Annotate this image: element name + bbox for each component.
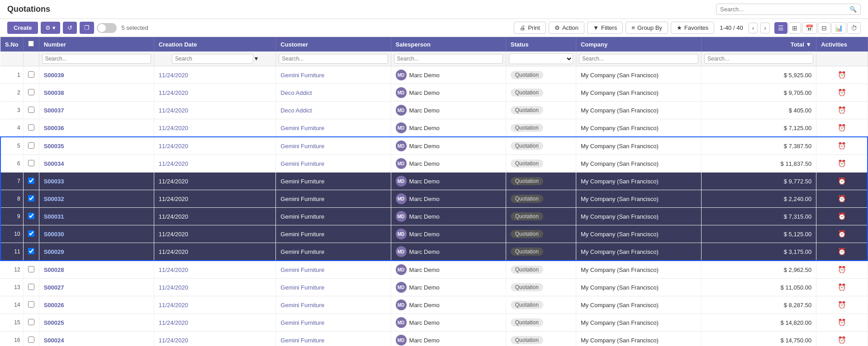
activity-icon[interactable]: ⏰ (838, 336, 846, 344)
list-view-button[interactable]: ☰ (774, 22, 787, 34)
group-by-button[interactable]: ≡ Group By (626, 22, 668, 34)
salesperson-cell[interactable]: MD Marc Demo (391, 155, 506, 173)
activities-cell[interactable]: ⏰ (816, 137, 868, 155)
filter-salesperson[interactable] (391, 51, 506, 66)
table-row[interactable]: 12 S00028 11/24/2020 Gemini Furniture MD… (0, 261, 868, 279)
row-checkbox[interactable] (28, 71, 34, 78)
filter-total-input[interactable] (704, 54, 813, 64)
customer-cell[interactable]: Deco Addict (276, 84, 391, 102)
customer-cell[interactable]: Gemini Furniture (276, 119, 391, 137)
number-cell[interactable]: S00033 (39, 173, 154, 190)
row-checkbox[interactable] (28, 319, 34, 325)
copy-button[interactable]: ❐ (80, 22, 94, 34)
calendar-view-button[interactable]: 📅 (802, 22, 817, 34)
filter-number[interactable] (39, 51, 154, 66)
table-row[interactable]: 5 S00035 11/24/2020 Gemini Furniture MD … (0, 137, 868, 155)
row-checkbox-cell[interactable] (23, 314, 39, 332)
filter-salesperson-input[interactable] (394, 54, 503, 64)
table-row[interactable]: 15 S00025 11/24/2020 Gemini Furniture MD… (0, 314, 868, 332)
filters-button[interactable]: ▼ Filters (587, 22, 623, 34)
row-checkbox[interactable] (28, 124, 34, 131)
favorites-button[interactable]: ★ Favorites (671, 22, 714, 34)
activity-icon[interactable]: ⏰ (838, 71, 846, 79)
activity-icon[interactable]: ⏰ (838, 177, 846, 185)
customer-cell[interactable]: Gemini Furniture (276, 155, 391, 173)
activities-cell[interactable]: ⏰ (816, 119, 868, 137)
table-row[interactable]: 10 S00030 11/24/2020 Gemini Furniture MD… (0, 225, 868, 243)
row-checkbox-cell[interactable] (23, 119, 39, 137)
number-cell[interactable]: S00037 (39, 102, 154, 119)
row-checkbox[interactable] (28, 301, 34, 308)
filter-date[interactable]: ▾ (154, 51, 275, 66)
kanban-view-button[interactable]: ⊞ (788, 22, 801, 34)
action-button[interactable]: ⚙ Action (549, 22, 584, 34)
customer-cell[interactable]: Gemini Furniture (276, 296, 391, 314)
number-cell[interactable]: S00030 (39, 225, 154, 243)
number-link[interactable]: S00038 (44, 89, 64, 96)
activity-icon[interactable]: ⏰ (838, 301, 846, 309)
activities-cell[interactable]: ⏰ (816, 173, 868, 190)
row-checkbox[interactable] (28, 284, 34, 290)
customer-cell[interactable]: Gemini Furniture (276, 279, 391, 296)
activity-icon[interactable]: ⏰ (838, 318, 846, 326)
number-cell[interactable]: S00029 (39, 243, 154, 261)
salesperson-cell[interactable]: MD Marc Demo (391, 173, 506, 190)
global-search-bar[interactable]: 🔍 (716, 4, 861, 15)
filter-total[interactable] (702, 51, 816, 66)
row-checkbox[interactable] (28, 89, 34, 95)
activity-icon[interactable]: ⏰ (838, 266, 846, 273)
row-checkbox[interactable] (28, 195, 34, 201)
salesperson-cell[interactable]: MD Marc Demo (391, 190, 506, 208)
number-cell[interactable]: S00024 (39, 332, 154, 346)
prev-page-button[interactable]: ‹ (749, 23, 758, 33)
activity-icon[interactable]: ⏰ (838, 248, 846, 255)
refresh-button[interactable]: ↺ (63, 22, 77, 34)
filter-company[interactable] (576, 51, 701, 66)
customer-cell[interactable]: Gemini Furniture (276, 66, 391, 84)
row-checkbox-cell[interactable] (23, 225, 39, 243)
table-row[interactable]: 1 S00039 11/24/2020 Gemini Furniture MD … (0, 66, 868, 84)
salesperson-cell[interactable]: MD Marc Demo (391, 279, 506, 296)
customer-cell[interactable]: Gemini Furniture (276, 332, 391, 346)
activities-cell[interactable]: ⏰ (816, 332, 868, 346)
number-link[interactable]: S00031 (44, 213, 64, 220)
activities-cell[interactable]: ⏰ (816, 84, 868, 102)
activity-icon[interactable]: ⏰ (838, 159, 846, 167)
customer-cell[interactable]: Gemini Furniture (276, 243, 391, 261)
salesperson-cell[interactable]: MD Marc Demo (391, 225, 506, 243)
filter-number-input[interactable] (42, 54, 151, 64)
activities-cell[interactable]: ⏰ (816, 225, 868, 243)
row-checkbox[interactable] (28, 160, 34, 166)
number-link[interactable]: S00029 (44, 248, 64, 255)
row-checkbox[interactable] (28, 142, 34, 149)
number-link[interactable]: S00028 (44, 267, 64, 273)
row-checkbox-cell[interactable] (23, 66, 39, 84)
table-row[interactable]: 2 S00038 11/24/2020 Deco Addict MD Marc … (0, 84, 868, 102)
row-checkbox-cell[interactable] (23, 261, 39, 279)
number-link[interactable]: S00025 (44, 319, 64, 326)
number-cell[interactable]: S00031 (39, 208, 154, 225)
customer-cell[interactable]: Gemini Furniture (276, 137, 391, 155)
row-checkbox-cell[interactable] (23, 190, 39, 208)
row-checkbox-cell[interactable] (23, 296, 39, 314)
number-cell[interactable]: S00027 (39, 279, 154, 296)
activities-cell[interactable]: ⏰ (816, 261, 868, 279)
customer-cell[interactable]: Gemini Furniture (276, 314, 391, 332)
table-row[interactable]: 3 S00037 11/24/2020 Deco Addict MD Marc … (0, 102, 868, 119)
activity-icon[interactable]: ⏰ (838, 283, 846, 291)
next-page-button[interactable]: › (760, 23, 770, 33)
activities-cell[interactable]: ⏰ (816, 102, 868, 119)
customer-cell[interactable]: Gemini Furniture (276, 261, 391, 279)
activity-icon[interactable]: ⏰ (838, 212, 846, 220)
number-cell[interactable]: S00035 (39, 137, 154, 155)
number-cell[interactable]: S00039 (39, 66, 154, 84)
filter-status[interactable]: Quotation Sales Order (506, 51, 576, 66)
row-checkbox-cell[interactable] (23, 84, 39, 102)
activity-icon[interactable]: ⏰ (838, 230, 846, 238)
table-row[interactable]: 14 S00026 11/24/2020 Gemini Furniture MD… (0, 296, 868, 314)
number-link[interactable]: S00032 (44, 196, 64, 202)
salesperson-cell[interactable]: MD Marc Demo (391, 137, 506, 155)
table-row[interactable]: 16 S00024 11/24/2020 Gemini Furniture MD… (0, 332, 868, 346)
number-cell[interactable]: S00028 (39, 261, 154, 279)
activities-cell[interactable]: ⏰ (816, 155, 868, 173)
